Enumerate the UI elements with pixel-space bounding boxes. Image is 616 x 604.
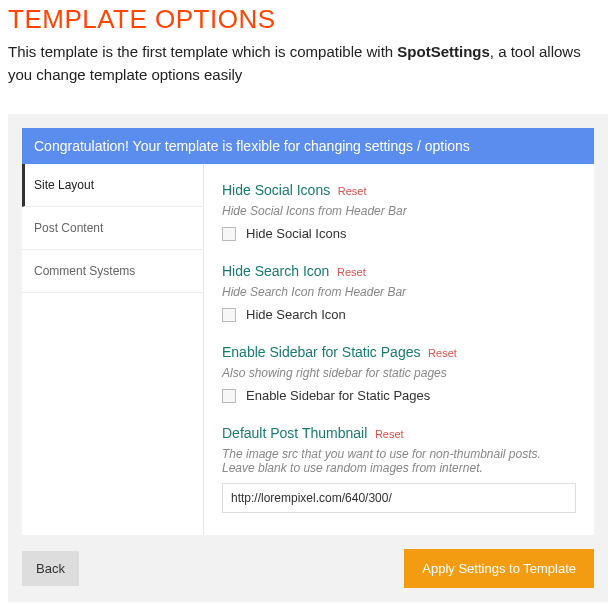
section-title: Enable Sidebar for Static Pages: [222, 344, 420, 360]
back-button[interactable]: Back: [22, 551, 79, 586]
checkbox-label: Hide Social Icons: [246, 226, 346, 241]
apply-button[interactable]: Apply Settings to Template: [404, 549, 594, 588]
section-desc: Hide Search Icon from Header Bar: [222, 285, 576, 299]
checkbox-label: Hide Search Icon: [246, 307, 346, 322]
section-title: Default Post Thumbnail: [222, 425, 367, 441]
sidebar-item-site-layout[interactable]: Site Layout: [22, 164, 203, 207]
sidebar-item-post-content[interactable]: Post Content: [22, 207, 203, 250]
reset-link[interactable]: Reset: [375, 428, 404, 440]
page-title: TEMPLATE OPTIONS: [8, 4, 608, 35]
settings-panel: Congratulation! Your template is flexibl…: [8, 114, 608, 602]
section-hide-search: Hide Search Icon Reset Hide Search Icon …: [222, 263, 576, 322]
checkbox-enable-sidebar[interactable]: [222, 389, 236, 403]
content-area: Hide Social Icons Reset Hide Social Icon…: [204, 164, 594, 535]
checkbox-label: Enable Sidebar for Static Pages: [246, 388, 430, 403]
intro-bold: SpotSettings: [397, 43, 490, 60]
success-banner: Congratulation! Your template is flexibl…: [22, 128, 594, 164]
reset-link[interactable]: Reset: [428, 347, 457, 359]
section-default-thumbnail: Default Post Thumbnail Reset The image s…: [222, 425, 576, 513]
section-desc: Hide Social Icons from Header Bar: [222, 204, 576, 218]
section-enable-sidebar: Enable Sidebar for Static Pages Reset Al…: [222, 344, 576, 403]
intro-text: This template is the first template whic…: [8, 41, 608, 86]
section-desc: The image src that you want to use for n…: [222, 447, 576, 475]
section-title: Hide Social Icons: [222, 182, 330, 198]
reset-link[interactable]: Reset: [337, 266, 366, 278]
default-thumbnail-input[interactable]: [222, 483, 576, 513]
intro-part-a: This template is the first template whic…: [8, 43, 397, 60]
footer-actions: Back Apply Settings to Template: [22, 549, 594, 588]
checkbox-hide-social[interactable]: [222, 227, 236, 241]
sidebar: Site Layout Post Content Comment Systems: [22, 164, 204, 535]
section-title: Hide Search Icon: [222, 263, 329, 279]
sidebar-item-comment-systems[interactable]: Comment Systems: [22, 250, 203, 293]
reset-link[interactable]: Reset: [338, 185, 367, 197]
section-hide-social: Hide Social Icons Reset Hide Social Icon…: [222, 182, 576, 241]
section-desc: Also showing right sidebar for static pa…: [222, 366, 576, 380]
checkbox-hide-search[interactable]: [222, 308, 236, 322]
